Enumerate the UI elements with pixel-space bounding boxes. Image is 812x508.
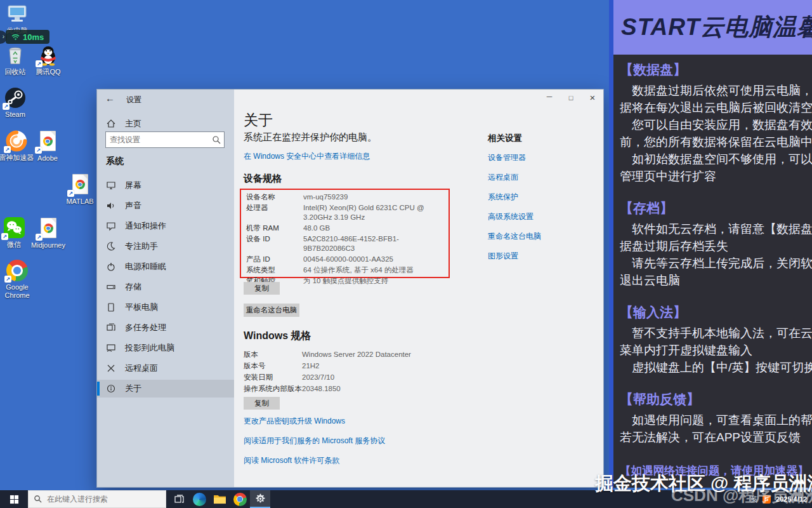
related-settings-link[interactable]: 图形设置 xyxy=(488,251,596,262)
settings-link[interactable]: 更改产品密钥或升级 Windows xyxy=(244,416,385,427)
sidebar-item-power-sleep[interactable]: 电源和睡眠 xyxy=(97,258,234,276)
related-settings-link[interactable]: 系统保护 xyxy=(488,192,596,203)
sidebar-item-home[interactable]: 主页 xyxy=(97,115,234,133)
sidebar-item-sound[interactable]: 声音 xyxy=(97,197,234,215)
related-settings-link[interactable]: 高级系统设置 xyxy=(488,211,596,222)
minimize-button[interactable]: ─ xyxy=(539,90,560,107)
sidebar-item-notifications[interactable]: 通知和操作 xyxy=(97,217,234,235)
windows-spec-heading: Windows 规格 xyxy=(244,330,311,343)
spec-label: 设备名称 xyxy=(246,192,303,202)
settings-search-box[interactable] xyxy=(105,131,225,148)
taskbar-search-box[interactable] xyxy=(28,490,166,508)
desktop-icon-google-chrome[interactable]: ↗ Google Chrome xyxy=(0,260,37,300)
spec-value: vm-uq759239 xyxy=(303,192,443,202)
maximize-button[interactable]: □ xyxy=(560,90,582,107)
sidebar-item-tablet[interactable]: 平板电脑 xyxy=(97,298,234,316)
power-icon xyxy=(106,262,116,272)
panel-section-heading: 【帮助反馈】 xyxy=(620,391,812,408)
adobe-shortcut-icon: ↗ xyxy=(37,131,58,152)
taskbar xyxy=(0,490,812,508)
sidebar-item-label: 专注助手 xyxy=(125,241,158,252)
sidebar-item-projecting[interactable]: 投影到此电脑 xyxy=(97,339,234,357)
sidebar-item-label: 多任务处理 xyxy=(125,322,166,333)
chrome-icon xyxy=(233,493,247,506)
spec-row: 版本号 21H2 xyxy=(244,360,453,371)
spec-value: 48.0 GB xyxy=(303,224,443,233)
desktop-icon-adobe[interactable]: ↗ Adobe xyxy=(27,130,68,163)
sogou-input-icon[interactable]: S xyxy=(763,495,771,504)
close-button[interactable]: × xyxy=(582,90,603,107)
rename-pc-button[interactable]: 重命名这台电脑 xyxy=(244,304,299,317)
panel-text-line: 如遇使用问题，可查看桌面上的帮助文 xyxy=(620,411,812,429)
settings-search-input[interactable] xyxy=(106,135,212,144)
panel-text-line: 前，您的所有数据将保留在云电脑中 xyxy=(620,133,812,150)
panel-edge-strip xyxy=(609,0,613,488)
sidebar-item-storage[interactable]: 存储 xyxy=(97,278,234,296)
panel-section-heading: 【数据盘】 xyxy=(620,61,812,79)
taskbar-settings-button[interactable] xyxy=(250,490,270,508)
desktop-icon-midjourney[interactable]: ↗ Midjourney xyxy=(28,217,69,250)
desktop-icon-steam[interactable]: ↗ Steam xyxy=(0,87,36,119)
sidebar-item-multitasking[interactable]: 多任务处理 xyxy=(97,319,234,337)
device-spec-highlight-box: 设备名称 vm-uq759239 处理器 Intel(R) Xeon(R) Go… xyxy=(240,189,450,278)
taskbar-chrome-button[interactable] xyxy=(230,490,250,508)
back-arrow-icon[interactable]: ← xyxy=(105,93,115,104)
chrome-icon: ↗ xyxy=(6,260,28,281)
desktop-icon-label: Adobe xyxy=(27,154,68,163)
sidebar-item-label: 主页 xyxy=(125,118,141,130)
sidebar-item-remote-desktop[interactable]: 远程桌面 xyxy=(97,359,234,377)
settings-link[interactable]: 阅读适用于我们服务的 Microsoft 服务协议 xyxy=(244,436,385,446)
spec-row: 操作系统内部版本 20348.1850 xyxy=(244,383,453,394)
sidebar-item-display[interactable]: 屏幕 xyxy=(97,177,234,194)
spec-value: 2023/7/10 xyxy=(302,372,453,382)
security-center-link[interactable]: 在 Windows 安全中心中查看详细信息 xyxy=(244,151,370,162)
spec-label: 处理器 xyxy=(246,203,303,222)
copy-windows-spec-button[interactable]: 复制 xyxy=(244,397,280,410)
sidebar-item-label: 平板电脑 xyxy=(125,302,158,313)
spec-value: 5A2C8210-486E-4152-BFB1-9B7B202086C3 xyxy=(303,234,443,253)
sidebar-item-focus-assist[interactable]: 专注助手 xyxy=(97,237,234,255)
taskbar-date[interactable]: 2025/4/12 xyxy=(776,495,807,503)
task-view-icon xyxy=(174,494,185,505)
spec-row: 版本 Windows Server 2022 Datacenter xyxy=(244,349,453,360)
copy-device-spec-button[interactable]: 复制 xyxy=(244,282,280,295)
cloud-pc-tips-panel: START云电脑温馨提示 【数据盘】 数据盘过期后依然可使用云电脑，但数据将在每… xyxy=(609,0,812,488)
task-view-button[interactable] xyxy=(169,490,189,508)
input-language-indicator[interactable]: 英 xyxy=(750,495,757,504)
sidebar-item-about[interactable]: 关于 xyxy=(97,380,234,398)
leigod-accelerator-icon: ↗ xyxy=(6,130,27,152)
sidebar-section-label: 系统 xyxy=(106,156,124,167)
spec-label: 产品 ID xyxy=(246,255,303,264)
desktop-icon-label: 腾讯QQ xyxy=(28,68,69,76)
panel-text-line: 数据盘过期后依然可使用云电脑，但数 xyxy=(620,82,812,99)
matlab-shortcut-icon: ↗ xyxy=(69,174,91,196)
taskbar-search-input[interactable] xyxy=(47,495,160,504)
related-settings-link[interactable]: 重命名这台电脑 xyxy=(488,231,596,242)
related-settings-link[interactable]: 设备管理器 xyxy=(488,152,596,163)
panel-section-heading: 【存档】 xyxy=(620,199,812,217)
spec-row: 系统类型 64 位操作系统, 基于 x64 的处理器 xyxy=(241,265,449,276)
panel-text-line: 管理页中进行扩容 xyxy=(620,168,812,185)
panel-section-heading: 【输入法】 xyxy=(620,304,812,321)
spec-label: 操作系统内部版本 xyxy=(244,384,302,394)
spec-value: 21H2 xyxy=(302,361,453,371)
panel-text-line: 请先等云存档上传完成后，关闭软件， xyxy=(620,255,812,272)
bottom-links: 更改产品密钥或升级 Windows阅读适用于我们服务的 Microsoft 服务… xyxy=(244,416,385,475)
panel-text-line: 退出云电脑 xyxy=(620,272,812,289)
desktop-icon-tencent-qq[interactable]: ↗ 腾讯QQ xyxy=(28,44,69,76)
wechat-icon: ↗ xyxy=(3,217,25,239)
taskbar-edge-button[interactable] xyxy=(189,490,209,508)
spec-row: 处理器 Intel(R) Xeon(R) Gold 6231C CPU @ 3.… xyxy=(241,203,449,223)
sidebar-item-label: 通知和操作 xyxy=(125,220,166,232)
panel-text-line: 如初始数据盘空间不够使用，可以在数据 xyxy=(620,150,812,168)
panel-section-input-method: 【输入法】 暂不支持手机本地输入法，可在云电脑菜单内打开虚拟键盘输入 虚拟键盘上… xyxy=(620,304,812,376)
sidebar-item-label: 关于 xyxy=(125,383,141,394)
start-button[interactable] xyxy=(0,490,28,508)
device-spec-heading: 设备规格 xyxy=(244,173,282,185)
settings-link[interactable]: 阅读 Microsoft 软件许可条款 xyxy=(244,455,385,466)
spec-value: 00454-60000-00001-AA325 xyxy=(303,255,443,264)
related-settings-link[interactable]: 远程桌面 xyxy=(488,172,596,183)
spec-label: 机带 RAM xyxy=(246,224,303,233)
taskbar-file-explorer-button[interactable] xyxy=(209,490,230,508)
desktop-icon-matlab[interactable]: ↗ MATLAB xyxy=(60,173,100,206)
